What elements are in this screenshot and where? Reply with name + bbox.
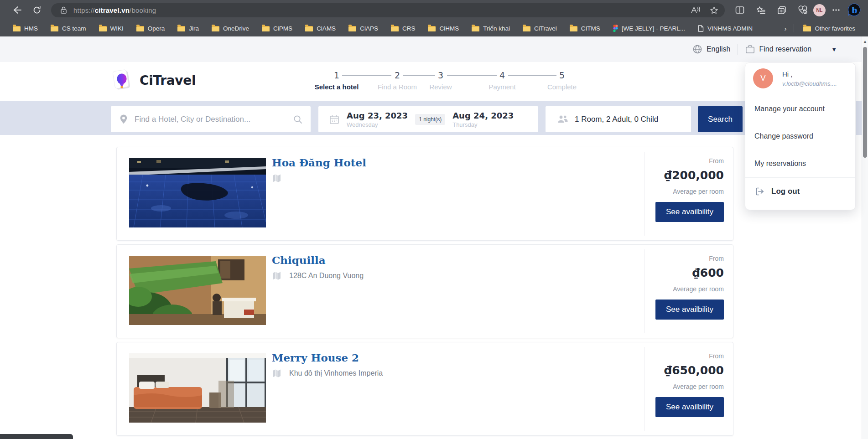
folder-icon	[13, 26, 21, 31]
balloon-logo-icon	[111, 68, 134, 92]
hotel-card: Hoa Đăng Hotel From ₫200,000 Average per…	[116, 147, 733, 241]
bookmark-opera[interactable]: Opera	[130, 22, 172, 34]
date-range-box[interactable]: Aug 23, 2023 Wednesday 1 night(s) Aug 24…	[318, 106, 538, 132]
browser-profile-avatar[interactable]: NL	[813, 4, 826, 16]
avatar-initial: V	[760, 74, 765, 83]
bookmark-cs-team[interactable]: CS team	[44, 22, 93, 34]
search-button[interactable]: Search	[698, 106, 743, 132]
folder-icon	[803, 26, 811, 31]
screen: https://citravel.vn/booking	[0, 0, 868, 439]
bookmark-trien-khai[interactable]: Triển khai	[465, 22, 516, 34]
bookmarks-bar: HMS CS team WIKI Opera Jira OneDrive CiP…	[0, 20, 868, 36]
svg-text:b: b	[852, 5, 858, 15]
account-caret-down-icon[interactable]: ▼	[826, 46, 842, 53]
bing-chat-icon[interactable]: b	[847, 3, 862, 18]
checkout-date-value: Aug 24, 2023	[452, 111, 514, 120]
collections-icon[interactable]	[775, 3, 789, 17]
globe-icon	[692, 44, 702, 54]
search-magnifier-icon[interactable]	[293, 115, 302, 124]
find-reservation-button[interactable]: Find reservation	[745, 45, 811, 54]
menu-divider	[745, 96, 855, 96]
step-number: 5	[559, 70, 565, 80]
browser-essentials-icon[interactable]	[796, 3, 810, 17]
hotel-name-link[interactable]: Hoa Đăng Hotel	[272, 156, 366, 169]
logout-button[interactable]: Log out	[755, 187, 800, 196]
language-selector[interactable]: English	[692, 44, 730, 54]
bookmark-ciaps[interactable]: CiAPS	[342, 22, 385, 34]
hotel-photo[interactable]	[129, 353, 266, 423]
refresh-icon[interactable]	[30, 3, 44, 17]
destination-search-box[interactable]	[111, 106, 311, 132]
user-avatar: V	[753, 68, 773, 88]
average-per-room-label: Average per room	[673, 188, 724, 195]
bookmark-cipms[interactable]: CiPMS	[255, 22, 299, 34]
page-scrollbar[interactable]: ▲	[862, 36, 868, 439]
stepper-line	[403, 75, 435, 76]
folder-icon	[305, 26, 313, 31]
map-icon	[272, 174, 281, 183]
folder-icon	[212, 26, 219, 31]
step-payment: Payment	[489, 83, 515, 91]
hotel-photo[interactable]	[129, 256, 266, 325]
step-complete: Complete	[547, 83, 577, 91]
hotel-name-link[interactable]: Chiquilla	[272, 254, 326, 266]
destination-input[interactable]	[135, 115, 293, 124]
stepper-line	[508, 75, 556, 76]
page-icon	[698, 25, 704, 32]
bookmark-wiki[interactable]: WIKI	[93, 22, 130, 34]
folder-icon	[348, 26, 356, 31]
bookmark-we-jelly-pearl[interactable]: [WE JELLY] - PEARL...	[607, 22, 691, 34]
step-number: 1	[334, 70, 339, 80]
bookmark-citravel[interactable]: CiTravel	[516, 22, 563, 34]
bookmark-jira[interactable]: Jira	[171, 22, 205, 34]
bookmark-ciams[interactable]: CiAMS	[299, 22, 342, 34]
favorites-list-icon[interactable]	[754, 3, 768, 17]
split-screen-icon[interactable]	[733, 3, 747, 17]
citravel-logo[interactable]: CiTravel	[111, 68, 196, 92]
read-aloud-icon[interactable]	[691, 6, 701, 14]
bookmarks-overflow-chevron-icon[interactable]: ›	[780, 25, 791, 32]
account-dropdown-menu: V Hi , v.loctb@cloudhms.... Manage your …	[745, 62, 856, 210]
language-label: English	[707, 45, 730, 53]
favorite-star-icon[interactable]	[710, 6, 718, 15]
bookmark-cihms[interactable]: CiHMS	[421, 22, 465, 34]
folder-icon	[51, 26, 58, 31]
menu-item-my-reservations[interactable]: My reservations	[754, 160, 850, 168]
scroll-up-arrow-icon[interactable]: ▲	[862, 39, 868, 44]
hotel-price: ₫200,000	[664, 169, 724, 182]
briefcase-icon	[745, 45, 755, 54]
checkout-day: Thursday	[452, 121, 514, 128]
scrollbar-thumb[interactable]	[863, 47, 867, 158]
menu-divider	[745, 177, 855, 178]
header-separator	[819, 44, 819, 55]
logout-icon	[755, 187, 764, 196]
folder-icon	[136, 26, 144, 31]
address-bar[interactable]: https://citravel.vn/booking	[51, 3, 725, 17]
menu-item-change-password[interactable]: Change password	[754, 132, 850, 140]
bookmark-citms[interactable]: CITMS	[563, 22, 607, 34]
menu-item-manage-account[interactable]: Manage your account	[754, 105, 850, 113]
figma-icon	[613, 25, 618, 32]
other-favorites[interactable]: Other favorites	[797, 22, 862, 34]
see-availability-button[interactable]: See availbility	[655, 300, 724, 320]
folder-icon	[391, 26, 399, 31]
hotel-price: ₫650,000	[664, 364, 724, 377]
header-separator	[738, 44, 738, 55]
hotel-photo[interactable]	[129, 158, 266, 227]
hotel-card: Merry House 2 Khu đô thị Vinhomes Imperi…	[116, 342, 733, 436]
status-bar-tooltip	[0, 434, 73, 439]
back-icon[interactable]	[10, 3, 24, 17]
browser-settings-icon[interactable]	[829, 3, 843, 17]
bookmark-crs[interactable]: CRS	[385, 22, 422, 34]
hotel-name-link[interactable]: Merry House 2	[272, 351, 359, 364]
occupancy-box[interactable]: 1 Room, 2 Adult, 0 Child	[546, 106, 691, 132]
see-availability-button[interactable]: See availbility	[655, 202, 724, 222]
see-availability-button[interactable]: See availbility	[655, 397, 724, 417]
bookmark-vinhms-admin[interactable]: VINHMS ADMIN	[691, 22, 759, 34]
bookmark-hms[interactable]: HMS	[6, 22, 44, 34]
from-label: From	[709, 157, 724, 165]
bookmark-onedrive[interactable]: OneDrive	[205, 22, 255, 34]
guests-icon	[557, 115, 568, 124]
from-label: From	[709, 255, 724, 262]
location-pin-icon	[120, 114, 127, 124]
